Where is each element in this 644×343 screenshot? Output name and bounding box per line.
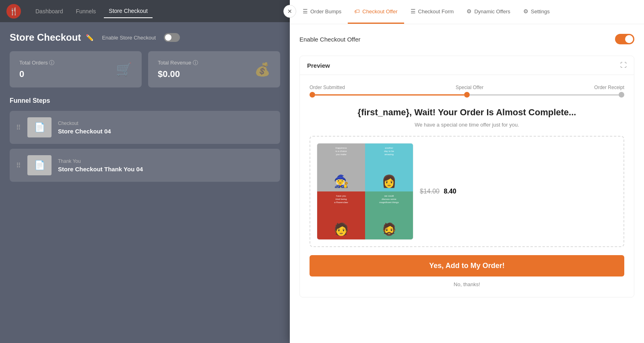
close-button[interactable]: ✕ xyxy=(283,5,296,18)
enable-offer-toggle[interactable] xyxy=(615,34,634,44)
funnel-step-thankyou[interactable]: ⠿ 📄 Thank You Store Checkout Thank You 0… xyxy=(10,149,280,182)
nav-store-checkout[interactable]: Store Checkout xyxy=(104,4,153,18)
total-orders-label: Total Orders ⓘ xyxy=(19,59,54,67)
dot-special xyxy=(464,92,470,98)
step-info-thankyou: Thank You Store Checkout Thank You 04 xyxy=(58,158,143,173)
tab-dynamic-offers[interactable]: ⚙ Dynamic Offers xyxy=(460,0,516,24)
step-order-receipt: Order Receipt xyxy=(594,85,624,90)
no-thanks-link[interactable]: No, thanks! xyxy=(310,281,624,287)
total-orders-value: 0 xyxy=(19,69,54,79)
preview-section: Preview ⛶ Order Submitted Special Offer xyxy=(299,56,634,297)
step-type-checkout: Checkout xyxy=(58,121,111,126)
step-label-submitted: Order Submitted xyxy=(310,85,345,90)
step-label-special: Special Offer xyxy=(456,85,483,90)
total-revenue-card: Total Revenue ⓘ $0.00 💰 xyxy=(148,51,280,87)
checkout-offer-icon: 🏷 xyxy=(354,8,360,15)
enable-offer-row: Enable Checkout Offer xyxy=(299,34,634,44)
enable-checkout-label: Enable Store Checkout xyxy=(102,35,156,41)
panel-tabs: ☰ Order Bumps 🏷 Checkout Offer ☰ Checkou… xyxy=(290,0,644,24)
page-content: Store Checkout ✏️ Enable Store Checkout … xyxy=(0,22,290,196)
product-image-area: Happinessis a choiceyou make 🧙 anotherda… xyxy=(317,143,413,240)
order-bumps-icon: ☰ xyxy=(303,8,308,15)
edit-icon[interactable]: ✏️ xyxy=(86,34,94,42)
step-special-offer: Special Offer xyxy=(456,85,483,90)
bookmark-text-4: we coulddiscuss somemagnificent things xyxy=(378,195,399,204)
step-order-submitted: Order Submitted xyxy=(310,85,345,90)
step-name-thankyou: Store Checkout Thank You 04 xyxy=(58,166,143,173)
drag-handle-checkout[interactable]: ⠿ xyxy=(16,124,21,131)
panel-body: Enable Checkout Offer Preview ⛶ Order Su… xyxy=(290,24,644,343)
line-2 xyxy=(470,94,619,96)
enable-checkout-toggle[interactable] xyxy=(164,33,180,42)
total-revenue-info: Total Revenue ⓘ $0.00 xyxy=(158,59,198,79)
bookmark-4: we coulddiscuss somemagnificent things 🧔 xyxy=(365,191,413,239)
logo-icon: 🍴 xyxy=(9,7,18,16)
steps-labels: Order Submitted Special Offer Order Rece… xyxy=(310,85,624,90)
dynamic-offers-icon: ⚙ xyxy=(466,8,472,15)
bookmark-text-2: anotherday to beamazing xyxy=(383,147,395,156)
nav-dashboard[interactable]: Dashboard xyxy=(31,5,68,18)
dot-receipt xyxy=(619,92,624,98)
cta-button[interactable]: Yes, Add to My Order! xyxy=(310,255,624,276)
top-nav: 🍴 Dashboard Funnels Store Checkout xyxy=(0,0,290,22)
right-panel: ✕ ☰ Order Bumps 🏷 Checkout Offer ☰ Check… xyxy=(290,0,644,343)
price-old: $14.00 xyxy=(420,188,440,195)
stats-row: Total Orders ⓘ 0 🛒 Total Revenue ⓘ $0.00… xyxy=(10,51,280,87)
settings-icon: ⚙ xyxy=(523,8,528,15)
tab-dynamic-offers-label: Dynamic Offers xyxy=(474,8,510,15)
product-image-grid: Happinessis a choiceyou make 🧙 anotherda… xyxy=(317,143,413,239)
step-name-checkout: Store Checkout 04 xyxy=(58,128,111,135)
bookmark-3: have youtried beinga Ravenclaw 🧑 xyxy=(317,191,365,239)
tab-order-bumps[interactable]: ☰ Order Bumps xyxy=(296,0,348,24)
step-thumb-thankyou: 📄 xyxy=(27,155,52,175)
preview-body: Order Submitted Special Offer Order Rece… xyxy=(300,75,634,297)
title-row: Store Checkout ✏️ Enable Store Checkout xyxy=(10,32,280,43)
tab-settings[interactable]: ⚙ Settings xyxy=(517,0,556,24)
progress-line-row xyxy=(310,92,624,98)
total-revenue-label: Total Revenue ⓘ xyxy=(158,59,198,67)
checkout-form-icon: ☰ xyxy=(411,8,416,15)
total-orders-info: Total Orders ⓘ 0 xyxy=(19,59,54,79)
tab-checkout-offer[interactable]: 🏷 Checkout Offer xyxy=(348,0,404,24)
step-info-checkout: Checkout Store Checkout 04 xyxy=(58,121,111,135)
drag-handle-thankyou[interactable]: ⠿ xyxy=(16,162,21,169)
funnel-step-checkout[interactable]: ⠿ 📄 Checkout Store Checkout 04 xyxy=(10,111,280,144)
page-title: Store Checkout xyxy=(10,32,81,43)
preview-title: Preview xyxy=(307,62,330,69)
offer-subtext: We have a special one time offer just fo… xyxy=(310,122,624,128)
bookmark-2: anotherday to beamazing 👩 xyxy=(365,143,413,191)
cart-icon: 🛒 xyxy=(116,62,132,77)
step-type-thankyou: Thank You xyxy=(58,158,143,164)
dot-submitted xyxy=(310,92,315,98)
bookmark-char-2: 👩 xyxy=(382,174,396,188)
product-card: Happinessis a choiceyou make 🧙 anotherda… xyxy=(310,136,624,247)
app-logo: 🍴 xyxy=(6,4,21,19)
bookmark-char-4: 🧔 xyxy=(382,222,396,236)
line-1 xyxy=(315,94,464,96)
expand-icon[interactable]: ⛶ xyxy=(620,62,627,69)
bookmark-text-1: Happinessis a choiceyou make xyxy=(334,147,347,156)
funnel-steps-title: Funnel Steps xyxy=(10,97,280,104)
tab-checkout-form[interactable]: ☰ Checkout Form xyxy=(404,0,460,24)
bookmark-text-3: have youtried beinga Ravenclaw xyxy=(333,195,349,204)
progress-container: Order Submitted Special Offer Order Rece… xyxy=(310,85,624,98)
product-pricing: $14.00 8.40 xyxy=(420,188,456,195)
nav-funnels[interactable]: Funnels xyxy=(71,5,101,18)
tab-checkout-form-label: Checkout Form xyxy=(418,8,454,15)
enable-offer-label: Enable Checkout Offer xyxy=(299,36,360,43)
bookmark-char-1: 🧙 xyxy=(334,174,349,188)
step-thumb-checkout: 📄 xyxy=(27,117,52,137)
total-revenue-value: $0.00 xyxy=(158,69,198,79)
price-new: 8.40 xyxy=(444,188,456,195)
step-thumb-icon-checkout: 📄 xyxy=(34,122,45,133)
tab-order-bumps-label: Order Bumps xyxy=(310,8,341,15)
revenue-icon: 💰 xyxy=(254,62,270,77)
total-orders-card: Total Orders ⓘ 0 🛒 xyxy=(10,51,142,87)
bookmark-1: Happinessis a choiceyou make 🧙 xyxy=(317,143,365,191)
step-label-receipt: Order Receipt xyxy=(594,85,624,90)
tab-checkout-offer-label: Checkout Offer xyxy=(362,8,397,15)
bookmark-char-3: 🧑 xyxy=(334,222,349,236)
step-thumb-icon-thankyou: 📄 xyxy=(34,160,45,170)
tab-settings-label: Settings xyxy=(531,8,550,15)
offer-headline: {first_name}, Wait! Your Order Is Almost… xyxy=(310,107,624,118)
